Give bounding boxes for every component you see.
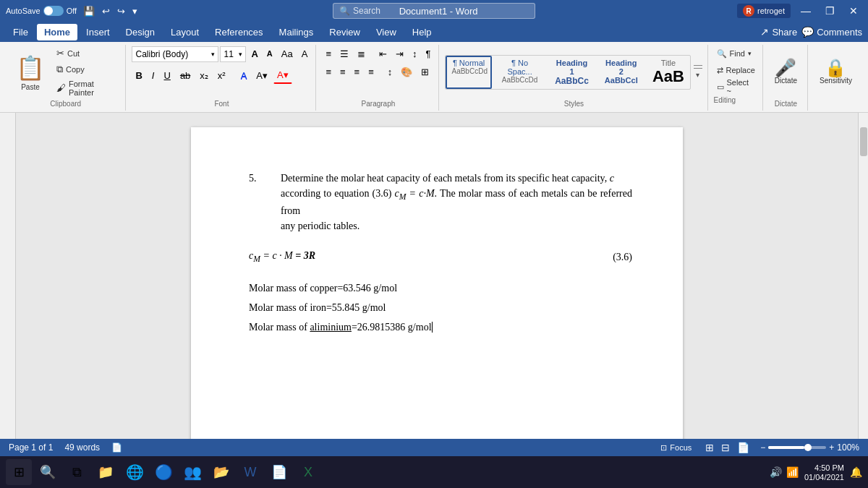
replace-button[interactable]: ⇄ Replace — [714, 63, 758, 77]
edge-button[interactable]: 🌐 — [122, 459, 148, 485]
font-name-value: Calibri (Body) — [135, 49, 188, 59]
menu-review[interactable]: Review — [322, 24, 367, 40]
align-left-button[interactable]: ≡ — [322, 64, 335, 80]
styles-collapse-button[interactable]: ▾ — [693, 43, 703, 101]
text-highlight-button[interactable]: A▾ — [252, 68, 271, 84]
search-bar[interactable]: 🔍 Search — [333, 3, 535, 19]
italic-button[interactable]: I — [148, 68, 158, 84]
show-marks-button[interactable]: ¶ — [422, 46, 434, 62]
style-title[interactable]: Title AaB — [647, 56, 690, 89]
save-icon[interactable]: 💾 — [81, 5, 97, 17]
decrease-indent-button[interactable]: ⇤ — [375, 46, 391, 62]
grow-font-button[interactable]: A — [247, 46, 261, 62]
chrome-button[interactable]: 🔵 — [150, 459, 176, 485]
menu-help[interactable]: Help — [405, 24, 439, 40]
autosave-toggle[interactable] — [43, 6, 64, 16]
multilevel-button[interactable]: ≣ — [354, 46, 369, 62]
align-right-button[interactable]: ≡ — [351, 64, 364, 80]
copy-button[interactable]: ⧉ Copy — [54, 62, 121, 77]
share-button[interactable]: ↗ Share — [760, 26, 797, 38]
main-content[interactable]: 5. Determine the molar heat capacity of … — [16, 113, 858, 439]
zoom-minus-button[interactable]: − — [760, 442, 765, 453]
style-h1[interactable]: Heading 1 AaBbCc — [548, 56, 595, 89]
paste-button[interactable]: 📋 — [10, 53, 51, 83]
search-taskbar-button[interactable]: 🔍 — [35, 459, 61, 485]
numbering-button[interactable]: ☰ — [336, 46, 352, 62]
sort-button[interactable]: ↕ — [409, 46, 421, 62]
font-color-button[interactable]: A▾ — [273, 67, 292, 84]
line-spacing-button[interactable]: ↕ — [384, 64, 396, 80]
file-explorer-button[interactable]: 📁 — [93, 459, 119, 485]
focus-icon: ⊡ — [660, 443, 667, 453]
zoom-thumb[interactable] — [804, 444, 812, 451]
superscript-button[interactable]: x² — [214, 68, 229, 84]
copy-label: Copy — [66, 65, 85, 74]
style-nospace[interactable]: ¶ No Spac... AaBbCcDd — [493, 56, 547, 89]
subscript-button[interactable]: x₂ — [196, 68, 212, 84]
more-icon[interactable]: ▾ — [130, 5, 140, 17]
strikethrough-button[interactable]: ab — [176, 68, 194, 84]
change-case-button[interactable]: Aa — [278, 46, 297, 62]
menu-mailings[interactable]: Mailings — [272, 24, 321, 40]
excel-button[interactable]: X — [295, 459, 321, 485]
menu-design[interactable]: Design — [119, 24, 162, 40]
scrollbar-thumb[interactable] — [860, 127, 867, 156]
increase-indent-button[interactable]: ⇥ — [392, 46, 407, 62]
para-5-text2: according to equation (3.6) cM = c·M. Th… — [281, 188, 632, 216]
network-icon[interactable]: 📶 — [786, 466, 799, 478]
minimize-button[interactable]: — — [796, 4, 815, 18]
menu-view[interactable]: View — [369, 24, 404, 40]
justify-button[interactable]: ≡ — [365, 64, 378, 80]
align-center-button[interactable]: ≡ — [336, 64, 349, 80]
folder-button[interactable]: 📂 — [208, 459, 234, 485]
retroget-btn[interactable]: R retroget — [737, 4, 791, 18]
sensitivity-button[interactable]: 🔒 Sensitivity — [814, 51, 858, 94]
restore-button[interactable]: ❐ — [821, 4, 839, 18]
web-layout-button[interactable]: ⊟ — [719, 441, 732, 454]
font-name-selector[interactable]: Calibri (Body) ▾ — [132, 46, 218, 62]
focus-button[interactable]: ⊡ Focus — [658, 440, 694, 455]
menu-home[interactable]: Home — [37, 24, 77, 40]
zoom-plus-button[interactable]: + — [829, 442, 834, 453]
word-button[interactable]: W — [237, 459, 263, 485]
find-button[interactable]: 🔍 Find ▾ — [714, 46, 754, 61]
shading-button[interactable]: 🎨 — [397, 64, 416, 80]
find-arrow: ▾ — [748, 50, 752, 57]
shrink-font-button[interactable]: A — [263, 47, 276, 61]
cut-button[interactable]: ✂ Cut — [54, 46, 121, 61]
text-effects-button[interactable]: A — [237, 68, 251, 84]
task-view-button[interactable]: ⧉ — [64, 459, 90, 485]
redo-icon[interactable]: ↪ — [115, 5, 127, 17]
select-button[interactable]: ▭ Select ~ — [714, 80, 758, 94]
menu-references[interactable]: References — [208, 24, 270, 40]
style-h2[interactable]: Heading 2 AaBbCcI — [597, 56, 645, 89]
bold-button[interactable]: B — [132, 68, 145, 84]
find-icon: 🔍 — [717, 49, 727, 59]
speakers-icon[interactable]: 🔊 — [770, 466, 782, 478]
menu-insert[interactable]: Insert — [79, 24, 117, 40]
teams-button[interactable]: 👥 — [179, 459, 205, 485]
font-group: Calibri (Body) ▾ 11 ▾ A A Aa A B I U ab … — [127, 45, 316, 111]
close-button[interactable]: ✕ — [845, 4, 862, 18]
ribbon: 📋 Paste ✂ Cut ⧉ Copy 🖌 Format Painter Cl… — [0, 42, 868, 113]
underline-button[interactable]: U — [160, 68, 174, 84]
format-painter-button[interactable]: 🖌 Format Painter — [54, 78, 121, 98]
font-size-selector[interactable]: 11 ▾ — [220, 46, 246, 62]
dictate-button[interactable]: 🎤 Dictate — [769, 51, 803, 94]
pdf-button[interactable]: 📄 — [266, 459, 292, 485]
notification-icon[interactable]: 🔔 — [850, 466, 862, 478]
bullets-button[interactable]: ≡ — [322, 46, 335, 62]
undo-icon[interactable]: ↩ — [100, 5, 112, 17]
start-button[interactable]: ⊞ — [6, 459, 32, 485]
read-mode-button[interactable]: 📄 — [735, 441, 752, 454]
zoom-track[interactable] — [768, 446, 826, 449]
print-layout-button[interactable]: ⊞ — [703, 441, 716, 454]
style-normal[interactable]: ¶ Normal AaBbCcDd — [446, 56, 491, 89]
comments-button[interactable]: 💬 Comments — [801, 26, 862, 38]
menu-layout[interactable]: Layout — [163, 24, 206, 40]
menu-bar: File Home Insert Design Layout Reference… — [0, 22, 868, 42]
molar-copper: Molar mass of copper=63.546 g/mol — [249, 281, 632, 296]
clear-format-button[interactable]: A — [298, 46, 312, 62]
borders-button[interactable]: ⊞ — [417, 64, 433, 80]
menu-file[interactable]: File — [6, 24, 35, 40]
